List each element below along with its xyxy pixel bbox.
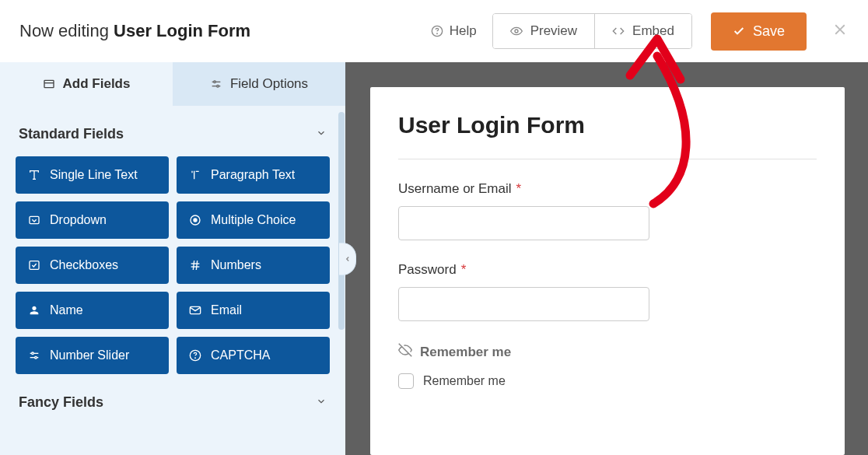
form-title: User Login Form [398, 112, 817, 159]
field-type-label: Paragraph Text [211, 168, 295, 182]
field-type-multiple-choice[interactable]: Multiple Choice [177, 201, 330, 239]
form-name: User Login Form [114, 21, 250, 40]
field-type-email[interactable]: Email [177, 292, 330, 329]
svg-point-22 [32, 352, 34, 355]
checkboxes-icon [28, 259, 40, 271]
top-toolbar: Now editing User Login Form Help Preview… [0, 0, 868, 62]
field-type-label: CAPTCHA [211, 348, 270, 362]
tab-add-fields-label: Add Fields [63, 76, 131, 92]
field-type-label: Email [211, 303, 242, 317]
email-icon [189, 304, 201, 317]
preview-label: Preview [530, 23, 577, 39]
fields-panel: Standard Fields Single Line TextParagrap… [0, 106, 345, 455]
embed-label: Embed [632, 23, 674, 39]
numbers-icon [189, 259, 201, 271]
svg-point-13 [194, 219, 197, 222]
workspace: Add Fields Field Options Standard Fields… [0, 62, 868, 455]
code-icon [612, 25, 625, 37]
help-icon [431, 25, 443, 37]
field-type-label: Numbers [211, 258, 261, 272]
single-line-text-icon [28, 169, 40, 181]
field-type-label: Multiple Choice [211, 213, 296, 227]
field-type-captcha[interactable]: CAPTCHA [177, 337, 330, 374]
standard-fields-grid: Single Line TextParagraph TextDropdownMu… [16, 156, 330, 374]
field-type-name[interactable]: Name [16, 292, 169, 329]
fields-icon [43, 78, 55, 90]
help-label: Help [450, 23, 477, 39]
field-remember[interactable]: Remember me Remember me [398, 343, 817, 389]
field-username[interactable]: Username or Email * [398, 181, 817, 240]
group-standard-fields[interactable]: Standard Fields [16, 106, 330, 156]
field-type-numbers[interactable]: Numbers [177, 247, 330, 284]
remember-option-label: Remember me [423, 374, 506, 388]
required-asterisk: * [461, 262, 467, 278]
scrollbar-thumb[interactable] [338, 112, 345, 330]
username-input[interactable] [398, 206, 649, 240]
password-label: Password * [398, 262, 817, 278]
multiple-choice-icon [189, 214, 201, 226]
remember-heading: Remember me [398, 343, 817, 361]
field-type-number-slider[interactable]: Number Slider [16, 337, 169, 374]
title-prefix: Now editing [19, 21, 114, 40]
check-icon [733, 25, 745, 37]
field-type-single-line-text[interactable]: Single Line Text [16, 156, 169, 194]
help-link[interactable]: Help [431, 23, 477, 39]
sliders-icon [210, 78, 222, 90]
eye-off-icon [398, 343, 412, 361]
remember-checkbox-row[interactable]: Remember me [398, 373, 817, 389]
svg-rect-11 [30, 216, 39, 223]
field-type-paragraph-text[interactable]: Paragraph Text [177, 156, 330, 194]
svg-point-2 [515, 30, 518, 33]
sidebar-tabs: Add Fields Field Options [0, 62, 345, 106]
field-type-label: Dropdown [50, 213, 107, 227]
group-standard-title: Standard Fields [19, 126, 124, 142]
svg-point-23 [35, 356, 37, 359]
group-fancy-title: Fancy Fields [19, 394, 103, 411]
field-type-label: Single Line Text [50, 168, 138, 182]
paragraph-text-icon [189, 169, 201, 181]
name-icon [28, 304, 40, 317]
field-password[interactable]: Password * [398, 262, 817, 321]
close-button[interactable] [831, 19, 849, 44]
captcha-icon [189, 349, 201, 362]
chevron-down-icon [316, 126, 327, 142]
field-type-checkboxes[interactable]: Checkboxes [16, 247, 169, 284]
required-asterisk: * [516, 181, 522, 197]
editing-title: Now editing User Login Form [19, 21, 250, 41]
password-input[interactable] [398, 287, 649, 321]
save-button[interactable]: Save [711, 12, 807, 51]
field-type-dropdown[interactable]: Dropdown [16, 201, 169, 239]
chevron-down-icon [316, 394, 327, 411]
group-fancy-fields[interactable]: Fancy Fields [16, 374, 330, 425]
save-label: Save [753, 23, 785, 40]
sidebar: Add Fields Field Options Standard Fields… [0, 62, 345, 455]
svg-point-1 [436, 33, 437, 34]
field-type-label: Name [50, 303, 83, 317]
field-type-label: Checkboxes [50, 258, 118, 272]
preview-embed-group: Preview Embed [492, 13, 692, 49]
field-type-label: Number Slider [50, 348, 129, 362]
tab-field-options-label: Field Options [230, 76, 308, 92]
tab-add-fields[interactable]: Add Fields [0, 62, 173, 106]
svg-point-8 [217, 85, 219, 87]
eye-icon [510, 25, 523, 37]
svg-line-17 [193, 261, 194, 270]
svg-point-7 [214, 81, 216, 83]
number-slider-icon [28, 349, 40, 362]
form-card: User Login Form Username or Email * Pass… [370, 87, 845, 455]
svg-rect-3 [44, 80, 54, 87]
sidebar-scrollbar[interactable] [338, 109, 345, 455]
svg-line-18 [196, 261, 197, 270]
svg-point-25 [195, 358, 196, 359]
preview-button[interactable]: Preview [493, 14, 594, 48]
svg-rect-14 [30, 261, 39, 270]
tab-field-options[interactable]: Field Options [173, 62, 345, 106]
embed-button[interactable]: Embed [594, 14, 691, 48]
dropdown-icon [28, 214, 40, 226]
username-label: Username or Email * [398, 181, 817, 197]
checkbox-icon[interactable] [398, 373, 414, 389]
form-canvas: User Login Form Username or Email * Pass… [345, 62, 868, 455]
